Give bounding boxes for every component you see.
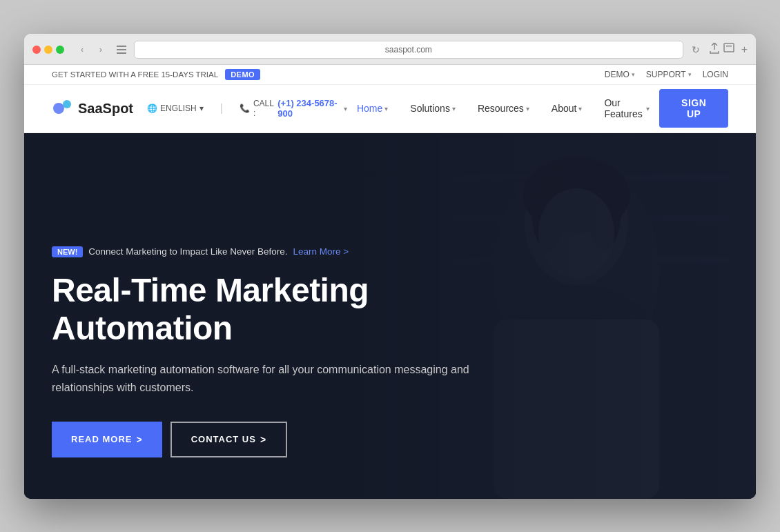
svg-point-5	[53, 103, 64, 114]
home-chevron-icon: ▾	[384, 105, 388, 112]
learn-more-link[interactable]: Learn More >	[293, 246, 349, 257]
logo[interactable]: SaaSpot	[52, 97, 133, 119]
svg-rect-3	[724, 43, 734, 52]
svg-rect-2	[117, 52, 126, 54]
minimize-button[interactable]	[44, 46, 52, 54]
read-more-button[interactable]: READ MORE >	[52, 422, 162, 457]
traffic-lights	[32, 46, 64, 54]
back-button[interactable]: ‹	[74, 43, 90, 57]
hero-announcement: NEW! Connect Marketing to Impact Like Ne…	[52, 246, 349, 257]
hero-section: NEW! Connect Marketing to Impact Like Ne…	[24, 133, 756, 499]
call-label: CALL :	[253, 99, 274, 118]
phone-icon: 📞	[240, 104, 250, 113]
signup-button[interactable]: SIGN UP	[659, 89, 728, 128]
new-badge: NEW!	[52, 246, 83, 257]
announcement-text: Connect Marketing to Impact Like Never B…	[88, 246, 287, 257]
forward-button[interactable]: ›	[92, 43, 109, 57]
address-bar[interactable]: saaspot.com	[134, 41, 683, 59]
svg-point-6	[63, 100, 71, 108]
close-button[interactable]	[32, 46, 41, 54]
contact-arrow-icon: >	[260, 434, 266, 445]
nav-center: Home ▾ Solutions ▾ Resources ▾ About ▾ O…	[347, 92, 659, 125]
hero-title: Real-Time Marketing Automation	[52, 271, 535, 347]
hero-content: NEW! Connect Marketing to Impact Like Ne…	[24, 245, 563, 457]
website-content: GET STARTED WITH A FREE 15-DAYS TRIAL DE…	[24, 65, 756, 499]
svg-rect-4	[726, 46, 732, 47]
nav-item-about[interactable]: About ▾	[542, 97, 592, 119]
features-chevron-icon: ▾	[646, 105, 650, 112]
phone-number[interactable]: (+1) 234-5678-900	[277, 98, 340, 119]
main-nav: SaaSpot 🌐 ENGLISH ▾ | 📞 CALL : (+1) 234-…	[24, 85, 756, 133]
nav-left: SaaSpot 🌐 ENGLISH ▾ | 📞 CALL : (+1) 234-…	[52, 97, 347, 119]
nav-item-resources[interactable]: Resources ▾	[468, 97, 539, 119]
lang-chevron-icon: ▾	[199, 104, 204, 113]
maximize-button[interactable]	[56, 46, 64, 54]
top-bar-right: DEMO ▾ SUPPORT ▾ LOGIN	[605, 70, 728, 79]
tab-button[interactable]	[723, 43, 734, 56]
logo-icon	[52, 97, 74, 119]
solutions-chevron-icon: ▾	[452, 105, 456, 112]
about-chevron-icon: ▾	[578, 105, 582, 112]
globe-icon: 🌐	[147, 104, 157, 113]
nav-buttons: ‹ ›	[74, 43, 109, 57]
reload-button[interactable]: ↻	[692, 44, 700, 55]
browser-actions	[710, 43, 734, 56]
demo-chevron-icon: ▾	[632, 71, 635, 78]
contact-us-button[interactable]: CONTACT US >	[170, 422, 287, 457]
top-bar-left: GET STARTED WITH A FREE 15-DAYS TRIAL DE…	[52, 69, 260, 80]
share-button[interactable]	[710, 43, 719, 56]
top-bar: GET STARTED WITH A FREE 15-DAYS TRIAL DE…	[24, 65, 756, 85]
trial-text: GET STARTED WITH A FREE 15-DAYS TRIAL	[52, 70, 218, 79]
nav-item-home[interactable]: Home ▾	[347, 97, 398, 119]
hero-buttons: READ MORE > CONTACT US >	[52, 422, 535, 457]
support-link[interactable]: SUPPORT ▾	[646, 70, 692, 79]
language-selector[interactable]: 🌐 ENGLISH ▾	[147, 104, 204, 113]
svg-rect-0	[117, 46, 126, 47]
login-link[interactable]: LOGIN	[703, 70, 728, 79]
address-text: saaspot.com	[385, 45, 432, 55]
language-label: ENGLISH	[160, 104, 197, 113]
sidebar-button[interactable]	[115, 43, 128, 57]
browser-chrome: ‹ › saaspot.com ↻ +	[24, 34, 756, 65]
read-more-arrow-icon: >	[136, 434, 142, 445]
nav-item-solutions[interactable]: Solutions ▾	[400, 97, 465, 119]
svg-rect-1	[117, 49, 126, 50]
phone-info: 📞 CALL : (+1) 234-5678-900 ▾	[240, 98, 347, 119]
resources-chevron-icon: ▾	[526, 105, 529, 112]
nav-item-features[interactable]: Our Features ▾	[594, 92, 659, 125]
hero-subtitle: A full-stack marketing automation softwa…	[52, 361, 494, 396]
demo-badge[interactable]: DEMO	[225, 69, 260, 80]
logo-text: SaaSpot	[78, 101, 133, 117]
divider: |	[220, 102, 223, 115]
new-tab-button[interactable]: +	[741, 43, 748, 56]
demo-link[interactable]: DEMO ▾	[605, 70, 635, 79]
support-chevron-icon: ▾	[688, 71, 692, 78]
browser-window: ‹ › saaspot.com ↻ + GET STARTED WITH A F…	[24, 34, 756, 499]
nav-right: SIGN UP	[659, 89, 728, 128]
